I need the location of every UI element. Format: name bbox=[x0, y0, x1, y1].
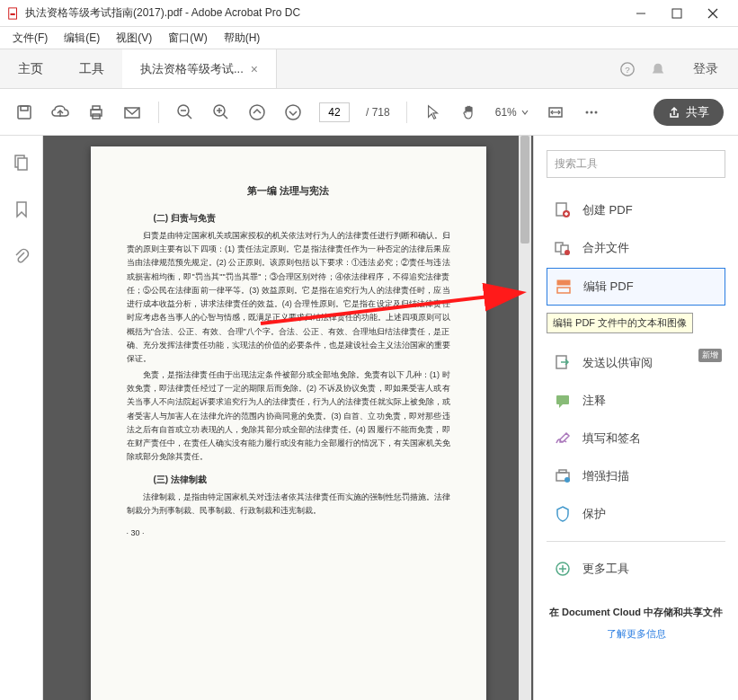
edit-pdf-tooltip: 编辑 PDF 文件中的文本和图像 bbox=[547, 313, 693, 333]
menu-file[interactable]: 文件(F) bbox=[13, 31, 48, 46]
tool-label: 编辑 PDF bbox=[583, 279, 634, 295]
tab-label: 执法资格等级考试... bbox=[140, 61, 244, 77]
tool-label: 填写和签名 bbox=[582, 430, 641, 447]
svg-rect-9 bbox=[21, 106, 28, 111]
share-label: 共享 bbox=[686, 104, 709, 120]
learn-more-link[interactable]: 了解更多信息 bbox=[547, 627, 725, 641]
close-button[interactable] bbox=[695, 1, 731, 26]
print-icon[interactable] bbox=[86, 102, 106, 122]
minimize-button[interactable] bbox=[623, 1, 659, 26]
svg-rect-45 bbox=[559, 470, 566, 473]
comment-icon bbox=[554, 392, 572, 410]
tool-label: 更多工具 bbox=[582, 561, 629, 577]
svg-rect-1 bbox=[11, 13, 15, 15]
thumbnails-icon[interactable] bbox=[13, 154, 31, 175]
page-number-input[interactable] bbox=[319, 102, 350, 122]
pdf-page: 第一编 法理与宪法 (二) 归责与免责 归责是由特定国家机关或国家授权的机关依法… bbox=[91, 146, 486, 700]
page-up-icon[interactable] bbox=[247, 102, 267, 122]
tool-edit-pdf[interactable]: 编辑 PDF bbox=[547, 268, 725, 306]
page-total: / 718 bbox=[366, 106, 390, 119]
send-review-icon bbox=[554, 354, 572, 372]
tab-close-icon[interactable]: × bbox=[251, 62, 258, 76]
document-tab[interactable]: 执法资格等级考试... × bbox=[122, 49, 277, 88]
page-down-icon[interactable] bbox=[283, 102, 303, 122]
new-badge: 新增 bbox=[698, 349, 722, 362]
help-icon[interactable]: ? bbox=[612, 61, 643, 77]
zoom-in-icon[interactable] bbox=[211, 102, 231, 122]
login-link[interactable]: 登录 bbox=[673, 49, 738, 88]
menu-window[interactable]: 窗口(W) bbox=[168, 31, 207, 46]
tool-label: 增强扫描 bbox=[582, 468, 629, 484]
protect-icon bbox=[554, 505, 572, 523]
mail-icon[interactable] bbox=[122, 102, 142, 122]
bell-icon[interactable] bbox=[643, 61, 673, 77]
svg-text:?: ? bbox=[625, 64, 630, 74]
section-2-title: (二) 归责与免责 bbox=[154, 210, 450, 226]
window-controls bbox=[623, 1, 731, 26]
tool-fill-sign[interactable]: 填写和签名 bbox=[547, 421, 725, 456]
svg-rect-30 bbox=[18, 158, 27, 170]
create-pdf-icon bbox=[554, 201, 572, 219]
svg-line-19 bbox=[223, 114, 227, 119]
svg-marker-43 bbox=[559, 404, 563, 408]
tool-protect[interactable]: 保护 bbox=[547, 496, 725, 532]
section-3-title: (三) 法律制裁 bbox=[154, 472, 450, 487]
save-icon[interactable] bbox=[14, 102, 34, 122]
zoom-dropdown[interactable]: 61% bbox=[495, 106, 529, 119]
tool-label: 创建 PDF bbox=[582, 202, 633, 218]
tool-enhance-scan[interactable]: 增强扫描 bbox=[547, 458, 725, 494]
tool-comment[interactable]: 注释 bbox=[547, 383, 725, 419]
page-footer-number: · 30 · bbox=[127, 527, 450, 540]
tool-more[interactable]: 更多工具 bbox=[547, 551, 725, 587]
scrollbar-thumb[interactable] bbox=[520, 136, 529, 244]
svg-point-27 bbox=[590, 111, 592, 113]
menu-help[interactable]: 帮助(H) bbox=[224, 31, 261, 46]
document-pane[interactable]: 第一编 法理与宪法 (二) 归责与免责 归责是由特定国家机关或国家授权的机关依法… bbox=[43, 136, 533, 700]
hand-icon[interactable] bbox=[459, 102, 479, 122]
svg-rect-42 bbox=[556, 395, 569, 404]
menu-view[interactable]: 视图(V) bbox=[116, 31, 152, 46]
svg-rect-12 bbox=[93, 106, 100, 110]
cursor-icon[interactable] bbox=[423, 102, 443, 122]
vertical-scrollbar[interactable] bbox=[519, 136, 531, 700]
svg-point-28 bbox=[594, 111, 597, 113]
svg-line-16 bbox=[187, 114, 191, 119]
pdf-icon bbox=[7, 7, 20, 20]
svg-point-23 bbox=[286, 105, 300, 120]
nav-home[interactable]: 主页 bbox=[0, 49, 61, 88]
window-title: 执法资格等级考试指南(2017).pdf - Adobe Acrobat Pro… bbox=[25, 5, 623, 21]
zoom-out-icon[interactable] bbox=[175, 102, 195, 122]
cloud-promo-text: 在 Document Cloud 中存储和共享文件 bbox=[547, 605, 725, 620]
attachment-icon[interactable] bbox=[13, 247, 31, 269]
tool-create-pdf[interactable]: 创建 PDF bbox=[547, 192, 725, 228]
bookmark-icon[interactable] bbox=[13, 200, 31, 222]
combine-icon bbox=[554, 239, 572, 257]
menu-edit[interactable]: 编辑(E) bbox=[64, 31, 100, 46]
more-tools-icon bbox=[554, 560, 572, 578]
maximize-button[interactable] bbox=[659, 1, 695, 26]
cloud-icon[interactable] bbox=[50, 102, 70, 122]
paragraph-1: 归责是由特定国家机关或国家授权的机关依法对行为人的法律责任进行判断和确认。归责的… bbox=[127, 229, 450, 367]
svg-rect-39 bbox=[557, 288, 570, 293]
nav-tools[interactable]: 工具 bbox=[61, 49, 122, 88]
tool-label: 合并文件 bbox=[582, 240, 629, 256]
tool-label: 保护 bbox=[582, 506, 606, 522]
search-tools-input[interactable]: 搜索工具 bbox=[547, 150, 725, 178]
chevron-down-icon bbox=[520, 108, 529, 117]
svg-rect-3 bbox=[672, 9, 681, 18]
more-icon[interactable] bbox=[582, 102, 601, 122]
fill-sign-icon bbox=[554, 430, 572, 447]
tool-send-review[interactable]: 发送以供审阅 新增 bbox=[547, 345, 725, 381]
fit-width-icon[interactable] bbox=[546, 102, 565, 122]
tool-label: 发送以供审阅 bbox=[582, 355, 653, 371]
tool-combine-files[interactable]: 合并文件 bbox=[547, 230, 725, 266]
tools-pane: 搜索工具 创建 PDF 合并文件 编辑 PDF 导出 PDF 发送以供审阅 新增… bbox=[533, 136, 738, 700]
svg-point-46 bbox=[565, 477, 570, 483]
svg-point-26 bbox=[585, 111, 588, 113]
share-button[interactable]: 共享 bbox=[654, 99, 724, 126]
top-nav: 主页 工具 执法资格等级考试... × ? 登录 bbox=[0, 49, 738, 89]
menu-bar: 文件(F) 编辑(E) 视图(V) 窗口(W) 帮助(H) bbox=[0, 27, 738, 49]
share-icon bbox=[668, 106, 680, 119]
tool-label: 注释 bbox=[582, 393, 606, 409]
svg-point-37 bbox=[565, 250, 570, 255]
